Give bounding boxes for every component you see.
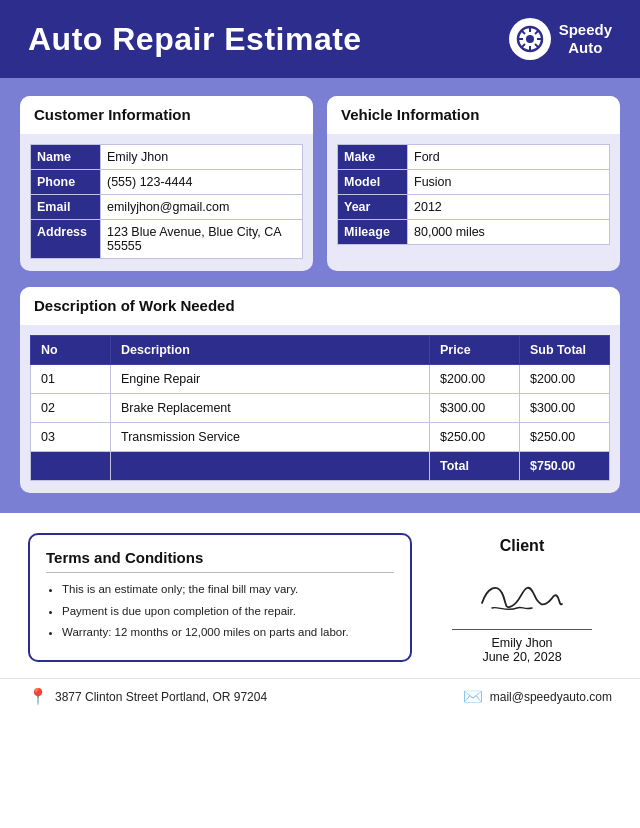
total-value: $750.00 [520, 452, 610, 481]
work-desc-1: Engine Repair [111, 365, 430, 394]
main-section: Customer Information Name Emily Jhon Pho… [0, 78, 640, 513]
client-name: Emily Jhon [491, 636, 552, 650]
terms-title: Terms and Conditions [46, 549, 394, 573]
vehicle-model-label: Model [338, 170, 408, 195]
customer-table: Name Emily Jhon Phone (555) 123-4444 Ema… [30, 144, 303, 259]
svg-line-6 [521, 31, 525, 35]
table-row: Mileage 80,000 miles [338, 220, 610, 245]
work-price-3: $250.00 [430, 423, 520, 452]
work-desc-3: Transmission Service [111, 423, 430, 452]
signature-line [452, 629, 592, 630]
table-row: Email emilyjhon@gmail.com [31, 195, 303, 220]
page-title: Auto Repair Estimate [28, 21, 362, 58]
list-item: Warranty: 12 months or 12,000 miles on p… [62, 624, 394, 641]
work-subtotal-1: $200.00 [520, 365, 610, 394]
terms-list: This is an estimate only; the final bill… [46, 581, 394, 641]
footer: 📍 3877 Clinton Street Portland, OR 97204… [0, 678, 640, 720]
work-subtotal-2: $300.00 [520, 394, 610, 423]
col-no: No [31, 336, 111, 365]
total-row: Total $750.00 [31, 452, 610, 481]
info-row: Customer Information Name Emily Jhon Pho… [20, 96, 620, 271]
svg-line-7 [535, 44, 539, 48]
work-price-2: $300.00 [430, 394, 520, 423]
vehicle-year-label: Year [338, 195, 408, 220]
work-table-header-row: No Description Price Sub Total [31, 336, 610, 365]
work-section-title: Description of Work Needed [34, 297, 235, 314]
customer-phone-label: Phone [31, 170, 101, 195]
table-row: Make Ford [338, 145, 610, 170]
vehicle-table: Make Ford Model Fusion Year 2012 Mileage… [337, 144, 610, 245]
customer-card: Customer Information Name Emily Jhon Pho… [20, 96, 313, 271]
vehicle-card: Vehicle Information Make Ford Model Fusi… [327, 96, 620, 271]
table-row: Phone (555) 123-4444 [31, 170, 303, 195]
table-row: Address 123 Blue Avenue, Blue City, CA 5… [31, 220, 303, 259]
table-row: Name Emily Jhon [31, 145, 303, 170]
client-date: June 20, 2028 [482, 650, 561, 664]
bottom-section: Terms and Conditions This is an estimate… [0, 513, 640, 678]
vehicle-section-title: Vehicle Information [341, 106, 479, 123]
vehicle-mileage-label: Mileage [338, 220, 408, 245]
work-no-3: 03 [31, 423, 111, 452]
svg-point-1 [526, 35, 534, 43]
vehicle-year-value: 2012 [408, 195, 610, 220]
footer-email-text: mail@speedyauto.com [490, 690, 612, 704]
customer-name-label: Name [31, 145, 101, 170]
location-icon: 📍 [28, 687, 48, 706]
signature-area [452, 565, 592, 625]
customer-card-header: Customer Information [20, 96, 313, 134]
svg-line-8 [535, 31, 539, 35]
work-table-wrap: No Description Price Sub Total 01 Engine… [20, 335, 620, 493]
client-box: Client Emily Jhon June 20, 2028 [432, 533, 612, 664]
table-row: 02 Brake Replacement $300.00 $300.00 [31, 394, 610, 423]
logo-icon [509, 18, 551, 60]
vehicle-table-wrap: Make Ford Model Fusion Year 2012 Mileage… [327, 144, 620, 245]
header: Auto Repair Estimate Speedy Auto [0, 0, 640, 78]
work-price-1: $200.00 [430, 365, 520, 394]
customer-name-value: Emily Jhon [101, 145, 303, 170]
vehicle-make-value: Ford [408, 145, 610, 170]
table-row: Model Fusion [338, 170, 610, 195]
footer-email: ✉️ mail@speedyauto.com [463, 687, 612, 706]
customer-address-label: Address [31, 220, 101, 259]
work-table: No Description Price Sub Total 01 Engine… [30, 335, 610, 481]
email-icon: ✉️ [463, 687, 483, 706]
work-subtotal-3: $250.00 [520, 423, 610, 452]
col-price: Price [430, 336, 520, 365]
client-label: Client [500, 537, 544, 555]
total-label: Total [430, 452, 520, 481]
signature-svg [462, 568, 582, 623]
footer-address: 📍 3877 Clinton Street Portland, OR 97204 [28, 687, 267, 706]
logo-area: Speedy Auto [509, 18, 612, 60]
table-row: 01 Engine Repair $200.00 $200.00 [31, 365, 610, 394]
work-no-1: 01 [31, 365, 111, 394]
customer-address-value: 123 Blue Avenue, Blue City, CA 55555 [101, 220, 303, 259]
col-description: Description [111, 336, 430, 365]
total-empty-1 [31, 452, 111, 481]
work-desc-2: Brake Replacement [111, 394, 430, 423]
svg-line-9 [521, 44, 525, 48]
total-empty-2 [111, 452, 430, 481]
vehicle-card-header: Vehicle Information [327, 96, 620, 134]
table-row: Year 2012 [338, 195, 610, 220]
footer-address-text: 3877 Clinton Street Portland, OR 97204 [55, 690, 267, 704]
list-item: This is an estimate only; the final bill… [62, 581, 394, 598]
customer-phone-value: (555) 123-4444 [101, 170, 303, 195]
terms-box: Terms and Conditions This is an estimate… [28, 533, 412, 662]
col-subtotal: Sub Total [520, 336, 610, 365]
work-no-2: 02 [31, 394, 111, 423]
table-row: 03 Transmission Service $250.00 $250.00 [31, 423, 610, 452]
work-card-header: Description of Work Needed [20, 287, 620, 325]
vehicle-model-value: Fusion [408, 170, 610, 195]
list-item: Payment is due upon completion of the re… [62, 603, 394, 620]
vehicle-mileage-value: 80,000 miles [408, 220, 610, 245]
customer-section-title: Customer Information [34, 106, 191, 123]
customer-email-label: Email [31, 195, 101, 220]
vehicle-make-label: Make [338, 145, 408, 170]
customer-table-wrap: Name Emily Jhon Phone (555) 123-4444 Ema… [20, 144, 313, 259]
work-section: Description of Work Needed No Descriptio… [20, 287, 620, 493]
customer-email-value: emilyjhon@gmail.com [101, 195, 303, 220]
logo-text: Speedy Auto [559, 21, 612, 57]
